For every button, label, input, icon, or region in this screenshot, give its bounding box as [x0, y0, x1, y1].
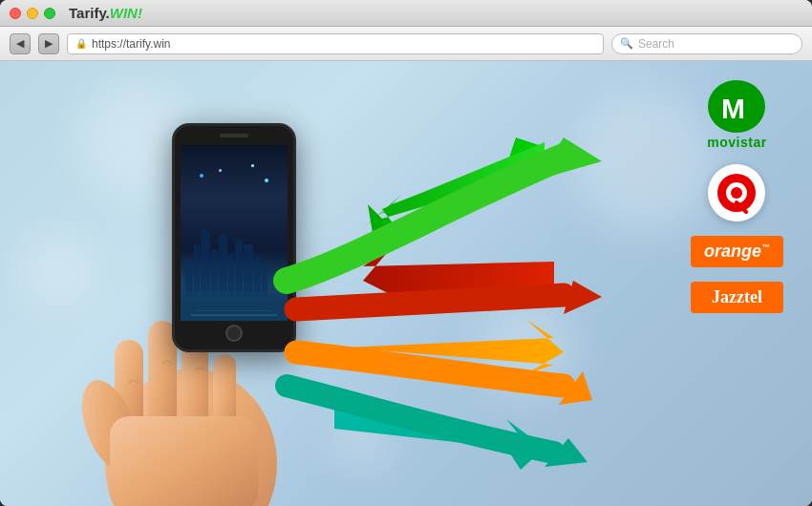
address-bar[interactable]: 🔒 https://tarify.win	[67, 33, 604, 54]
back-button[interactable]: ◀	[10, 33, 31, 54]
title-prefix: Tarify.	[69, 5, 110, 21]
arrows-main-svg	[162, 109, 669, 506]
movistar-icon: M	[717, 88, 756, 126]
arrow-red-main	[296, 281, 602, 314]
search-placeholder: Search	[638, 37, 674, 51]
vodafone-logo	[708, 164, 765, 221]
main-content: M movistar	[0, 61, 812, 506]
title-win: WIN!	[110, 5, 142, 21]
address-text: https://tarify.win	[92, 37, 170, 51]
orange-label: orange™	[704, 242, 770, 262]
svg-point-18	[731, 187, 742, 199]
brand-movistar: M movistar	[691, 80, 783, 150]
browser-toolbar: ◀ ▶ 🔒 https://tarify.win 🔍 Search	[0, 27, 812, 61]
close-button[interactable]	[10, 8, 21, 19]
forward-button[interactable]: ▶	[38, 33, 59, 54]
search-icon: 🔍	[620, 37, 633, 50]
movistar-logo: M	[708, 80, 765, 133]
vodafone-icon	[716, 172, 758, 214]
brand-orange: orange™	[691, 236, 783, 267]
brands-panel: M movistar	[691, 80, 783, 313]
brand-vodafone	[691, 164, 783, 221]
title-bar: Tarify.WIN!	[0, 0, 812, 27]
maximize-button[interactable]	[44, 8, 55, 19]
browser-window: Tarify.WIN! ◀ ▶ 🔒 https://tarify.win 🔍 S…	[0, 0, 812, 506]
window-title: Tarify.WIN!	[69, 5, 142, 21]
vodafone-svg	[716, 172, 758, 214]
brand-jazztel: Jazztel	[691, 282, 783, 313]
arrow-green-top-main	[287, 137, 602, 281]
movistar-label: movistar	[707, 135, 766, 150]
search-bar[interactable]: 🔍 Search	[611, 33, 802, 54]
jazztel-label: Jazztel	[712, 287, 762, 307]
arrow-teal-main	[287, 386, 588, 467]
minimize-button[interactable]	[27, 8, 38, 19]
svg-text:M: M	[721, 93, 745, 124]
lock-icon: 🔒	[75, 38, 87, 49]
